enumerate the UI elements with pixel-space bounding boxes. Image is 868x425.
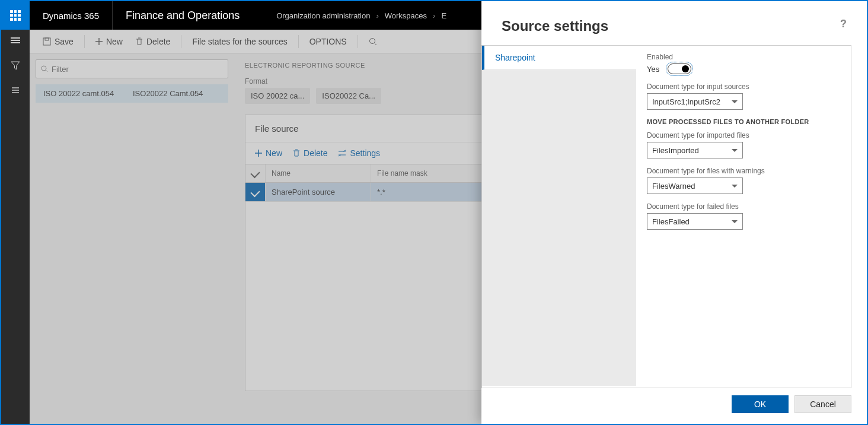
cancel-button[interactable]: Cancel (794, 395, 851, 413)
settings-icon (338, 150, 346, 157)
breadcrumb-item[interactable]: Workspaces (385, 11, 427, 20)
chevron-right-icon: › (433, 11, 435, 20)
imported-combo[interactable]: FilesImported (647, 142, 743, 158)
list-icon[interactable] (9, 84, 21, 96)
trash-icon (136, 37, 143, 46)
enabled-label: Enabled (647, 53, 840, 61)
grid-header-name[interactable]: Name (266, 164, 371, 182)
breadcrumb-item[interactable]: Organization administration (276, 11, 370, 20)
breadcrumb-item[interactable]: E (441, 11, 446, 20)
hamburger-menu-button[interactable] (9, 34, 21, 46)
input-sources-label: Document type for input sources (647, 83, 840, 91)
brand-label[interactable]: Dynamics 365 (30, 1, 113, 30)
imported-label: Document type for imported files (647, 131, 840, 139)
app-launcher-button[interactable] (1, 1, 30, 30)
ok-label: OK (754, 399, 766, 409)
search-button[interactable] (364, 30, 382, 53)
list-item-col2: ISO20022 Camt.054 (133, 89, 222, 98)
record-list-pane: Filter ISO 20022 camt.054 ISO20022 Camt.… (30, 53, 234, 424)
new-label: New (106, 37, 123, 46)
failed-label: Document type for failed files (647, 202, 840, 211)
list-item[interactable]: ISO 20022 camt.054 ISO20022 Camt.054 (36, 84, 228, 103)
chevron-down-icon (732, 100, 738, 103)
svg-rect-0 (43, 38, 50, 45)
chevron-down-icon (732, 220, 738, 223)
delete-label: Delete (146, 37, 170, 46)
svg-point-2 (369, 38, 375, 43)
module-label[interactable]: Finance and Operations (113, 1, 253, 30)
warned-value: FilesWarned (652, 182, 695, 191)
svg-rect-1 (45, 38, 49, 40)
filter-input[interactable]: Filter (36, 59, 228, 78)
card-settings-button[interactable]: Settings (338, 148, 380, 158)
options-label: OPTIONS (309, 37, 347, 46)
move-files-subhead: MOVE PROCESSED FILES TO ANOTHER FOLDER (647, 118, 840, 125)
svg-point-3 (42, 66, 46, 71)
imported-value: FilesImported (652, 146, 699, 155)
left-navigation-rail (1, 30, 30, 424)
new-button[interactable]: New (91, 30, 127, 53)
failed-value: FilesFailed (652, 217, 690, 226)
filter-placeholder: Filter (52, 65, 69, 74)
warned-label: Document type for files with warnings (647, 167, 840, 175)
card-settings-label: Settings (350, 148, 380, 158)
input-sources-combo[interactable]: InputSrc1;InputSrc2 (647, 93, 743, 110)
filter-icon[interactable] (9, 59, 21, 71)
flyout-nav-sharepoint[interactable]: Sharepoint (482, 46, 636, 70)
warned-combo[interactable]: FilesWarned (647, 177, 743, 194)
flyout-form: Enabled Yes Document type for input sour… (636, 46, 851, 388)
failed-combo[interactable]: FilesFailed (647, 213, 743, 230)
format-value-2: ISO20022 Ca... (316, 88, 381, 104)
options-button[interactable]: OPTIONS (305, 30, 352, 53)
flyout-nav: Sharepoint (482, 46, 636, 388)
file-states-label: File states for the sources (192, 37, 287, 46)
waffle-icon (10, 10, 21, 21)
enabled-value: Yes (647, 65, 659, 74)
row-name: SharePoint source (266, 183, 371, 201)
card-delete-button[interactable]: Delete (293, 148, 327, 158)
cancel-label: Cancel (810, 399, 836, 409)
chevron-down-icon (732, 149, 738, 152)
row-checkbox[interactable] (245, 183, 266, 201)
flyout-title: Source settings (502, 18, 608, 34)
chevron-down-icon (732, 185, 738, 188)
card-new-button[interactable]: New (255, 148, 282, 158)
source-settings-flyout: Source settings ? Sharepoint Enabled Yes… (481, 1, 867, 424)
format-value-1: ISO 20022 ca... (245, 88, 310, 104)
plus-icon (255, 150, 262, 157)
plus-icon (95, 38, 103, 45)
search-icon (369, 37, 377, 46)
trash-icon (293, 149, 300, 157)
delete-button[interactable]: Delete (131, 30, 175, 53)
list-item-col1: ISO 20022 camt.054 (43, 89, 133, 98)
input-sources-value: InputSrc1;InputSrc2 (652, 97, 720, 106)
chevron-right-icon: › (376, 11, 378, 20)
save-icon (43, 37, 51, 46)
ok-button[interactable]: OK (732, 395, 789, 413)
save-button[interactable]: Save (38, 30, 78, 53)
grid-header-select[interactable] (245, 164, 266, 182)
card-delete-label: Delete (304, 148, 327, 158)
file-states-button[interactable]: File states for the sources (187, 30, 292, 53)
help-icon[interactable]: ? (840, 18, 847, 30)
save-label: Save (55, 37, 74, 46)
card-new-label: New (266, 148, 282, 158)
enabled-toggle[interactable] (668, 64, 691, 74)
search-icon (41, 65, 48, 72)
